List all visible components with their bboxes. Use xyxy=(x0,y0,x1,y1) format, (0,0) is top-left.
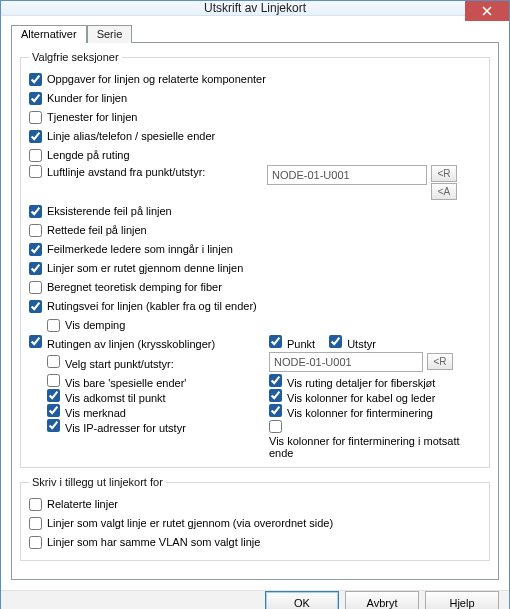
group-skriv-i-tillegg: Skriv i tillegg ut linjekort for Relater… xyxy=(20,476,490,561)
chk-velg-start-input[interactable] xyxy=(47,355,60,368)
chk-kunder-input[interactable] xyxy=(29,92,42,105)
chk-rutingsvei-input[interactable] xyxy=(29,300,42,313)
chk-linjer-via-input[interactable] xyxy=(29,517,42,530)
chk-oppgaver-label: Oppgaver for linjen og relaterte kompone… xyxy=(47,73,266,85)
chk-vis-kolonner-fint-label: Vis kolonner for finterminering xyxy=(287,407,433,419)
chk-lengde-input[interactable] xyxy=(29,149,42,162)
chk-rutingen-label: Rutingen av linjen (krysskoblinger) xyxy=(47,338,215,350)
chk-luftlinje-input[interactable] xyxy=(29,165,42,178)
chk-utstyr-label: Utstyr xyxy=(347,338,376,350)
chk-alias-input[interactable] xyxy=(29,130,42,143)
chk-vis-kolonner-kabel-label: Vis kolonner for kabel og leder xyxy=(287,392,435,404)
chk-vis-ruting-detaljer-input[interactable] xyxy=(269,374,282,387)
chk-vis-adkomst-input[interactable] xyxy=(47,389,60,402)
chk-rettede[interactable]: Rettede feil på linjen xyxy=(29,224,147,237)
close-icon xyxy=(482,6,492,16)
chk-vis-kolonner-kabel-input[interactable] xyxy=(269,389,282,402)
input-node-b[interactable] xyxy=(269,352,423,372)
chk-tjenester[interactable]: Tjenester for linjen xyxy=(29,111,138,124)
group-legend-valgfrie: Valgfrie seksjoner xyxy=(29,51,122,63)
chk-linjer-rutet-label: Linjer som er rutet gjennom denne linjen xyxy=(47,262,243,274)
chk-vis-bare-label: Vis bare 'spesielle ender' xyxy=(65,377,186,389)
chk-kunder[interactable]: Kunder for linjen xyxy=(29,92,127,105)
chk-vis-merknad[interactable]: Vis merknad xyxy=(47,404,126,419)
chk-feilmerkede-input[interactable] xyxy=(29,243,42,256)
chk-punkt-input[interactable] xyxy=(269,335,282,348)
tab-strip: Alternativer Serie xyxy=(11,24,499,42)
chk-vis-kolonner-kabel[interactable]: Vis kolonner for kabel og leder xyxy=(269,389,435,404)
btn-r-top[interactable]: <R xyxy=(431,165,457,182)
tab-panel-alternativer: Valgfrie seksjoner Oppgaver for linjen o… xyxy=(11,42,499,580)
dialog-body: Alternativer Serie Valgfrie seksjoner Op… xyxy=(1,16,509,590)
help-button[interactable]: Hjelp xyxy=(425,591,499,609)
chk-vis-demping-input[interactable] xyxy=(47,319,60,332)
chk-kunder-label: Kunder for linjen xyxy=(47,92,127,104)
chk-vis-kolonner-fint-input[interactable] xyxy=(269,404,282,417)
chk-vis-kolonner-fint-motsatt[interactable]: Vis kolonner for finterminering i motsat… xyxy=(269,419,481,459)
chk-vis-demping[interactable]: Vis demping xyxy=(47,319,125,332)
chk-beregnet-input[interactable] xyxy=(29,281,42,294)
chk-vis-merknad-input[interactable] xyxy=(47,404,60,417)
chk-utstyr[interactable]: Utstyr xyxy=(329,335,376,350)
chk-rutingsvei[interactable]: Rutingsvei for linjen (kabler fra og til… xyxy=(29,300,257,313)
input-node-a[interactable] xyxy=(267,165,427,185)
chk-vis-ip-input[interactable] xyxy=(47,419,60,432)
window-title: Utskrift av Linjekort xyxy=(1,1,509,15)
chk-vis-ruting-detaljer[interactable]: Vis ruting detaljer for fiberskjøt xyxy=(269,374,435,389)
chk-punkt-label: Punkt xyxy=(287,338,315,350)
chk-rettede-input[interactable] xyxy=(29,224,42,237)
tab-alternativer[interactable]: Alternativer xyxy=(11,25,87,43)
close-button[interactable] xyxy=(465,1,509,21)
chk-alias[interactable]: Linje alias/telefon / spesielle ender xyxy=(29,130,215,143)
chk-vis-ip[interactable]: Vis IP-adresser for utstyr xyxy=(47,419,186,434)
chk-relaterte-input[interactable] xyxy=(29,498,42,511)
chk-tjenester-input[interactable] xyxy=(29,111,42,124)
chk-vis-ruting-detaljer-label: Vis ruting detaljer for fiberskjøt xyxy=(287,377,435,389)
chk-vis-bare-input[interactable] xyxy=(47,374,60,387)
chk-feilmerkede[interactable]: Feilmerkede ledere som inngår i linjen xyxy=(29,243,233,256)
chk-linjer-vlan[interactable]: Linjer som har samme VLAN som valgt linj… xyxy=(29,536,260,549)
chk-oppgaver[interactable]: Oppgaver for linjen og relaterte kompone… xyxy=(29,73,266,86)
chk-vis-adkomst-label: Vis adkomst til punkt xyxy=(65,392,166,404)
chk-beregnet-label: Beregnet teoretisk demping for fiber xyxy=(47,281,222,293)
group-valgfrie-seksjoner: Valgfrie seksjoner Oppgaver for linjen o… xyxy=(20,51,490,468)
chk-vis-bare[interactable]: Vis bare 'spesielle ender' xyxy=(47,374,186,389)
chk-utstyr-input[interactable] xyxy=(329,335,342,348)
chk-velg-start[interactable]: Velg start punkt/utstyr: xyxy=(47,355,174,370)
chk-lengde[interactable]: Lengde på ruting xyxy=(29,149,130,162)
btn-a-top[interactable]: <A xyxy=(431,183,457,200)
chk-eksisterende[interactable]: Eksisterende feil på linjen xyxy=(29,205,172,218)
chk-rutingen-input[interactable] xyxy=(29,335,42,348)
chk-tjenester-label: Tjenester for linjen xyxy=(47,111,138,123)
chk-vis-kolonner-fint[interactable]: Vis kolonner for finterminering xyxy=(269,404,433,419)
chk-luftlinje[interactable]: Luftlinje avstand fra punkt/utstyr: xyxy=(29,165,205,178)
chk-oppgaver-input[interactable] xyxy=(29,73,42,86)
chk-velg-start-label: Velg start punkt/utstyr: xyxy=(65,358,174,370)
chk-vis-ip-label: Vis IP-adresser for utstyr xyxy=(65,422,186,434)
chk-alias-label: Linje alias/telefon / spesielle ender xyxy=(47,130,215,142)
dialog-window: Utskrift av Linjekort Alternativer Serie… xyxy=(0,0,510,609)
chk-punkt[interactable]: Punkt xyxy=(269,335,315,350)
tab-serie[interactable]: Serie xyxy=(87,25,133,43)
chk-rutingen[interactable]: Rutingen av linjen (krysskoblinger) xyxy=(29,335,215,350)
cancel-button[interactable]: Avbryt xyxy=(345,591,419,609)
chk-vis-adkomst[interactable]: Vis adkomst til punkt xyxy=(47,389,166,404)
chk-relaterte-label: Relaterte linjer xyxy=(47,498,118,510)
chk-vis-kolonner-fint-motsatt-input[interactable] xyxy=(269,420,282,433)
chk-linjer-via-label: Linjer som valgt linje er rutet gjennom … xyxy=(47,517,333,529)
chk-eksisterende-input[interactable] xyxy=(29,205,42,218)
btn-r-bottom[interactable]: <R xyxy=(427,353,453,370)
chk-linjer-vlan-input[interactable] xyxy=(29,536,42,549)
chk-vis-merknad-label: Vis merknad xyxy=(65,407,126,419)
ok-button[interactable]: OK xyxy=(265,591,339,609)
chk-linjer-via[interactable]: Linjer som valgt linje er rutet gjennom … xyxy=(29,517,333,530)
dialog-footer: OK Avbryt Hjelp xyxy=(1,590,509,609)
chk-vis-kolonner-fint-motsatt-label: Vis kolonner for finterminering i motsat… xyxy=(269,435,469,459)
chk-linjer-rutet[interactable]: Linjer som er rutet gjennom denne linjen xyxy=(29,262,243,275)
chk-luftlinje-label: Luftlinje avstand fra punkt/utstyr: xyxy=(47,166,205,178)
chk-vis-demping-label: Vis demping xyxy=(65,319,125,331)
chk-lengde-label: Lengde på ruting xyxy=(47,149,130,161)
chk-linjer-rutet-input[interactable] xyxy=(29,262,42,275)
chk-relaterte[interactable]: Relaterte linjer xyxy=(29,498,118,511)
chk-beregnet[interactable]: Beregnet teoretisk demping for fiber xyxy=(29,281,222,294)
